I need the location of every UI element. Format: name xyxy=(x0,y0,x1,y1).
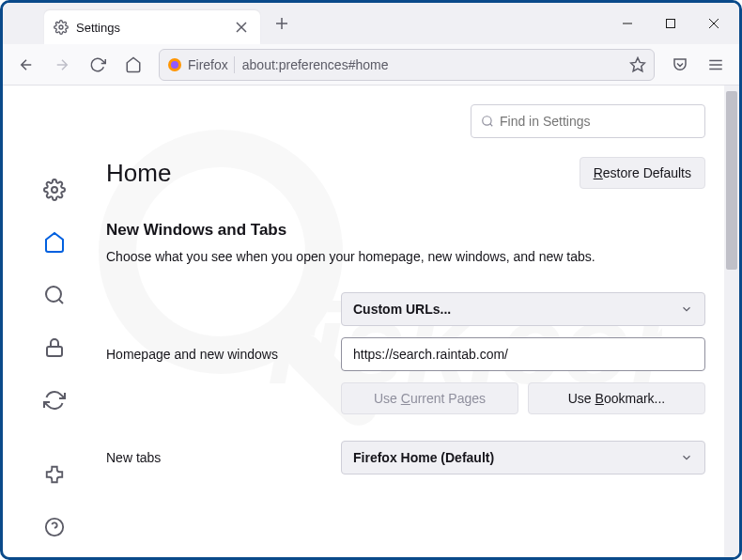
back-button[interactable] xyxy=(10,49,42,81)
maximize-button[interactable] xyxy=(649,3,692,44)
content-area: Home Restore Defaults New Windows and Ta… xyxy=(3,86,739,560)
section-heading: New Windows and Tabs xyxy=(106,221,705,240)
sidebar-item-sync[interactable] xyxy=(35,381,74,420)
new-tab-button[interactable] xyxy=(268,9,296,38)
use-bookmark-button[interactable]: Use Bookmark... xyxy=(528,382,705,414)
url-bar[interactable]: Firefox about:preferences#home xyxy=(159,49,655,81)
svg-point-8 xyxy=(52,187,57,193)
window-controls xyxy=(606,3,735,44)
gear-icon xyxy=(54,20,69,35)
url-address: about:preferences#home xyxy=(242,57,629,72)
minimize-button[interactable] xyxy=(606,3,649,44)
sidebar-item-extensions[interactable] xyxy=(35,455,74,494)
svg-rect-4 xyxy=(667,20,675,28)
titlebar: Settings xyxy=(3,3,739,44)
url-context: Firefox xyxy=(188,57,228,72)
svg-rect-10 xyxy=(47,347,62,356)
svg-marker-7 xyxy=(631,57,645,70)
svg-point-6 xyxy=(171,61,178,69)
tab-title: Settings xyxy=(76,21,232,35)
chevron-down-icon xyxy=(680,303,693,316)
sidebar-item-general[interactable] xyxy=(35,170,74,210)
home-button[interactable] xyxy=(117,49,149,81)
chevron-down-icon xyxy=(680,451,693,464)
select-value: Custom URLs... xyxy=(353,302,451,317)
homepage-mode-select[interactable]: Custom URLs... xyxy=(341,292,705,326)
toolbar: Firefox about:preferences#home xyxy=(3,44,739,86)
close-tab-button[interactable] xyxy=(232,18,251,37)
menu-button[interactable] xyxy=(700,49,732,81)
sidebar-item-search[interactable] xyxy=(35,275,74,315)
divider xyxy=(234,56,235,73)
pocket-button[interactable] xyxy=(664,49,696,81)
sidebar-item-help[interactable] xyxy=(35,507,74,547)
sidebar-item-home[interactable] xyxy=(35,223,74,262)
settings-search-input[interactable] xyxy=(500,114,695,129)
sidebar-item-privacy[interactable] xyxy=(35,328,74,367)
browser-tab[interactable]: Settings xyxy=(44,10,260,44)
settings-main: Home Restore Defaults New Windows and Ta… xyxy=(106,86,739,560)
bookmark-star-icon[interactable] xyxy=(629,56,646,73)
newtabs-label: New tabs xyxy=(106,450,341,465)
close-window-button[interactable] xyxy=(692,3,735,44)
newtabs-select[interactable]: Firefox Home (Default) xyxy=(341,441,705,474)
homepage-url-input[interactable] xyxy=(341,337,705,371)
forward-button[interactable] xyxy=(46,49,78,81)
firefox-icon xyxy=(167,57,182,72)
svg-point-3 xyxy=(59,25,63,29)
section-description: Choose what you see when you open your h… xyxy=(106,249,705,264)
search-icon xyxy=(481,115,494,128)
use-current-pages-button[interactable]: Use Current Pages xyxy=(341,382,518,414)
settings-sidebar xyxy=(3,86,106,560)
svg-point-9 xyxy=(46,287,61,302)
page-title: Home xyxy=(106,159,580,188)
scrollbar-thumb[interactable] xyxy=(726,91,737,270)
homepage-label: Homepage and new windows xyxy=(106,347,341,362)
vertical-scrollbar[interactable] xyxy=(724,86,739,560)
svg-point-12 xyxy=(483,117,491,125)
restore-defaults-button[interactable]: Restore Defaults xyxy=(580,157,705,189)
settings-search-box[interactable] xyxy=(471,104,705,138)
select-value: Firefox Home (Default) xyxy=(353,450,494,465)
reload-button[interactable] xyxy=(82,49,114,81)
